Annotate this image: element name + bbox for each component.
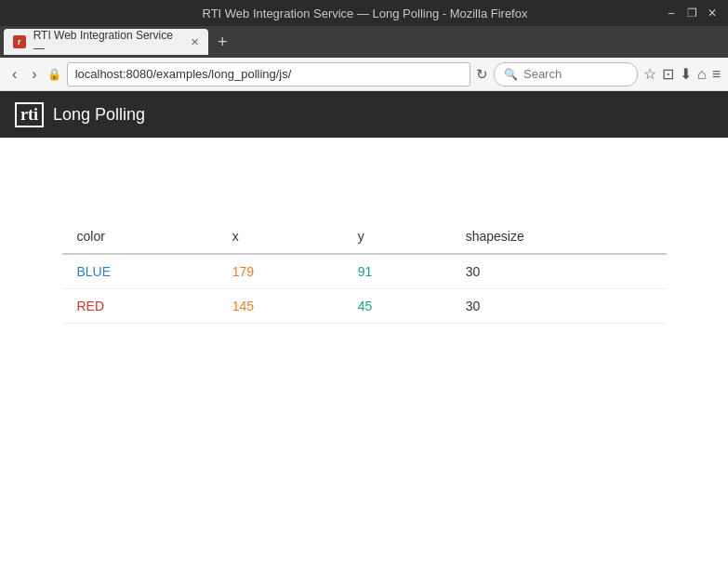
cell-x: 145 <box>218 289 343 324</box>
tab-label: RTI Web Integration Service — <box>33 29 183 55</box>
tab-close-button[interactable]: ✕ <box>191 36 199 48</box>
reload-button[interactable]: ↻ <box>476 66 488 83</box>
search-bar-container: 🔍 <box>494 62 638 86</box>
cell-x: 179 <box>218 254 343 289</box>
bookmark-icon[interactable]: ☆ <box>643 65 656 83</box>
data-table: color x y shapesize BLUE1799130RED145453… <box>62 221 667 324</box>
download-icon[interactable]: ⬇ <box>680 65 692 83</box>
restore-button[interactable]: ❐ <box>685 7 698 20</box>
col-header-shapesize: shapesize <box>451 221 667 254</box>
search-input[interactable] <box>523 67 628 81</box>
cell-shapesize: 30 <box>451 289 667 324</box>
cell-color: BLUE <box>62 254 218 289</box>
cell-color: RED <box>62 289 218 324</box>
close-button[interactable]: ✕ <box>706 7 719 20</box>
table-header-row: color x y shapesize <box>62 221 667 254</box>
address-bar[interactable] <box>67 62 470 86</box>
app-header: rti Long Polling <box>0 91 728 138</box>
window-title: RTI Web Integration Service — Long Polli… <box>65 7 665 20</box>
table-row: RED1454530 <box>62 289 667 324</box>
table-row: BLUE1799130 <box>62 254 667 289</box>
forward-button[interactable]: › <box>27 64 41 85</box>
col-header-y: y <box>343 221 451 254</box>
window-controls[interactable]: – ❐ ✕ <box>665 7 719 20</box>
save-page-icon[interactable]: ⊡ <box>662 65 674 83</box>
col-header-x: x <box>218 221 343 254</box>
search-icon: 🔍 <box>504 68 518 81</box>
tab-bar: r RTI Web Integration Service — ✕ + <box>0 26 728 58</box>
new-tab-button[interactable]: + <box>212 33 233 52</box>
browser-tab[interactable]: r RTI Web Integration Service — ✕ <box>4 29 208 55</box>
menu-icon[interactable]: ≡ <box>712 66 721 83</box>
rti-logo: rti <box>15 102 44 127</box>
title-bar: RTI Web Integration Service — Long Polli… <box>0 0 728 26</box>
cell-y: 91 <box>343 254 451 289</box>
app-title: Long Polling <box>53 105 145 125</box>
home-icon[interactable]: ⌂ <box>697 66 707 83</box>
tab-favicon: r <box>13 35 26 48</box>
nav-bar: ‹ › 🔒 ↻ 🔍 ☆ ⊡ ⬇ ⌂ ≡ <box>0 58 728 91</box>
cell-y: 45 <box>343 289 451 324</box>
main-content: color x y shapesize BLUE1799130RED145453… <box>0 138 728 572</box>
back-button[interactable]: ‹ <box>7 64 21 85</box>
lock-icon: 🔒 <box>47 68 61 81</box>
nav-icons: ☆ ⊡ ⬇ ⌂ ≡ <box>643 65 721 83</box>
minimize-button[interactable]: – <box>665 7 678 20</box>
col-header-color: color <box>62 221 218 254</box>
cell-shapesize: 30 <box>451 254 667 289</box>
